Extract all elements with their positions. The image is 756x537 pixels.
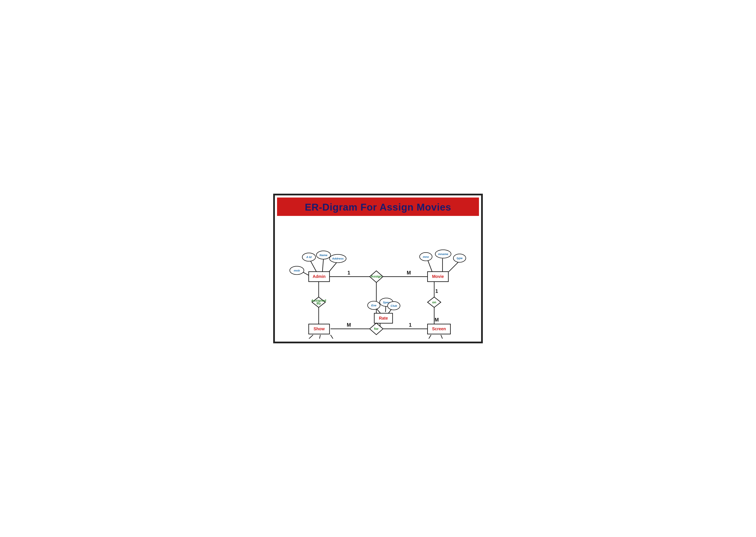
cardinality-for-screen: 1 [409,322,412,328]
svg-text:mob: mob [294,269,300,272]
svg-line-23 [425,335,431,339]
cardinality-admin-assign: 1 [347,270,350,275]
svg-text:Rate: Rate [379,316,388,320]
svg-text:mname: mname [438,253,448,256]
svg-text:on: on [432,300,436,304]
svg-text:Show: Show [314,326,325,331]
attribute-exe: Exe [368,301,380,310]
attribute-address: Address [330,254,346,263]
svg-text:Assign: Assign [371,274,382,278]
page-title: ER-Digram For Assign Movies [277,201,479,213]
relation-assign: Assign [370,271,383,282]
er-diagram: Admin Movie Show Screen Rate [277,216,479,339]
svg-text:By: By [317,302,321,305]
entity-show: Show [309,324,330,334]
svg-text:mno: mno [423,255,429,259]
attribute-aid: A Id [302,253,316,261]
svg-line-22 [331,335,336,339]
outer-border: ER-Digram For Assign Movies [273,194,483,343]
svg-text:type: type [457,257,463,260]
attribute-type: type [453,254,466,262]
cardinality-assign-movie: M [407,270,411,275]
relation-on: on [428,297,441,308]
svg-line-16 [449,262,459,272]
attribute-mname: mname [435,250,451,258]
entity-screen: Screen [428,324,451,334]
svg-text:Movie: Movie [432,274,444,279]
svg-text:for: for [374,327,378,330]
cardinality-show-for: M [347,322,351,328]
svg-line-21 [318,335,321,339]
svg-line-12 [329,262,337,272]
entity-movie: Movie [428,272,448,282]
svg-text:Address: Address [332,257,344,260]
attribute-name: Name [316,251,331,259]
svg-line-10 [310,261,317,272]
attribute-mob: mob [289,266,304,274]
svg-text:A Id: A Id [306,256,312,259]
attribute-club: Club [388,302,400,310]
entity-rate: Rate [374,313,392,323]
header: ER-Digram For Assign Movies [277,197,479,216]
svg-text:Name: Name [320,254,328,257]
svg-text:Club: Club [391,304,397,308]
cardinality-on-screen: M [435,317,439,323]
svg-line-20 [304,335,313,339]
svg-line-24 [441,335,445,339]
svg-text:Admin: Admin [313,274,325,279]
cardinality-movie-on: 1 [435,288,438,294]
relation-assignedby: Assigned By [311,297,326,308]
svg-line-11 [322,259,324,271]
svg-text:Screen: Screen [432,326,446,331]
svg-text:Exe: Exe [371,304,377,307]
diagram-area: Admin Movie Show Screen Rate [277,216,479,339]
attribute-mno: mno [420,253,432,261]
svg-line-14 [428,260,432,271]
relation-for: for [370,323,383,335]
entity-admin: Admin [309,272,330,282]
